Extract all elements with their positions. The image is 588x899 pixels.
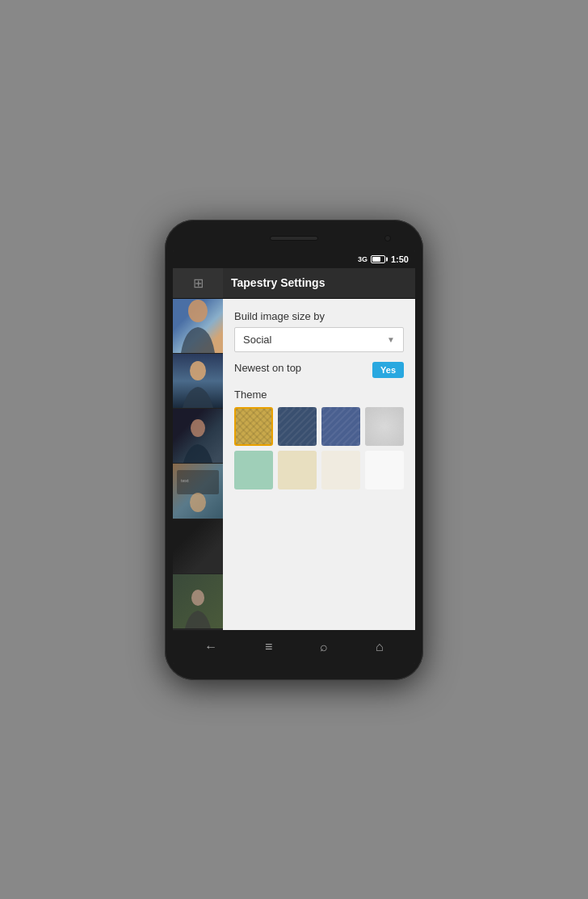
- photo-3[interactable]: [173, 409, 223, 464]
- theme-setting: Theme: [234, 389, 404, 489]
- clock: 1:50: [391, 254, 409, 264]
- newest-on-top-setting: Newest on top Yes: [234, 362, 404, 379]
- nav-bar: ← ≡ ⌕ ⌂: [173, 630, 415, 664]
- theme-swatch-denim-mid[interactable]: [321, 407, 360, 446]
- speaker-grille: [270, 236, 318, 241]
- sidebar-header: ⊞: [173, 268, 223, 299]
- theme-swatch-gray-light[interactable]: [365, 407, 404, 446]
- newest-on-top-label: Newest on top: [234, 362, 301, 374]
- grid-icon: ⊞: [193, 275, 204, 291]
- app-area: ⊞: [173, 268, 415, 630]
- signal-indicator: 3G: [358, 255, 368, 263]
- social-dropdown[interactable]: Social ▼: [234, 327, 404, 352]
- svg-point-0: [188, 300, 208, 322]
- battery-icon: [371, 255, 385, 263]
- battery-fill: [372, 257, 380, 262]
- photo-6[interactable]: [173, 574, 223, 629]
- sidebar-photos: text: [173, 299, 223, 630]
- theme-swatch-cream-light[interactable]: [278, 451, 317, 489]
- svg-point-6: [191, 590, 204, 606]
- theme-swatch-white[interactable]: [365, 451, 404, 489]
- svg-point-1: [190, 361, 206, 380]
- theme-swatch-cream-white[interactable]: [321, 451, 360, 489]
- toolbar-title: Tapestry Settings: [231, 276, 325, 289]
- dropdown-arrow-icon: ▼: [387, 335, 395, 344]
- search-button[interactable]: ⌕: [310, 635, 338, 659]
- phone-screen: 3G 1:50 ⊞: [173, 250, 415, 664]
- svg-point-5: [190, 493, 206, 512]
- svg-text:text: text: [181, 478, 189, 483]
- photo-5[interactable]: [173, 519, 223, 574]
- front-camera: [384, 235, 391, 242]
- back-button[interactable]: ←: [195, 635, 227, 659]
- theme-swatch-denim-dark[interactable]: [278, 407, 317, 446]
- phone-top-bar: [173, 231, 415, 246]
- menu-button[interactable]: ≡: [255, 635, 282, 659]
- theme-grid: [234, 407, 404, 489]
- photo-1[interactable]: [173, 299, 223, 354]
- newest-toggle-button[interactable]: Yes: [372, 362, 404, 378]
- build-image-label: Build image size by: [234, 310, 404, 322]
- photo-2[interactable]: [173, 354, 223, 409]
- theme-swatch-mint[interactable]: [234, 451, 273, 489]
- theme-label: Theme: [234, 389, 404, 401]
- status-bar: 3G 1:50: [173, 250, 415, 268]
- svg-point-2: [191, 419, 205, 437]
- phone-device: 3G 1:50 ⊞: [165, 220, 423, 680]
- home-button[interactable]: ⌂: [366, 635, 393, 659]
- dropdown-current-value: Social: [243, 334, 271, 346]
- app-toolbar: Tapestry Settings: [223, 268, 415, 299]
- theme-swatch-burlap[interactable]: [234, 407, 273, 446]
- photo-4[interactable]: text: [173, 464, 223, 519]
- settings-dialog: Build image size by Social ▼ Newest on t…: [223, 299, 415, 630]
- main-content: Tapestry Settings Build image size by So…: [223, 268, 415, 630]
- build-image-setting: Build image size by Social ▼: [234, 310, 404, 352]
- sidebar: ⊞: [173, 268, 223, 630]
